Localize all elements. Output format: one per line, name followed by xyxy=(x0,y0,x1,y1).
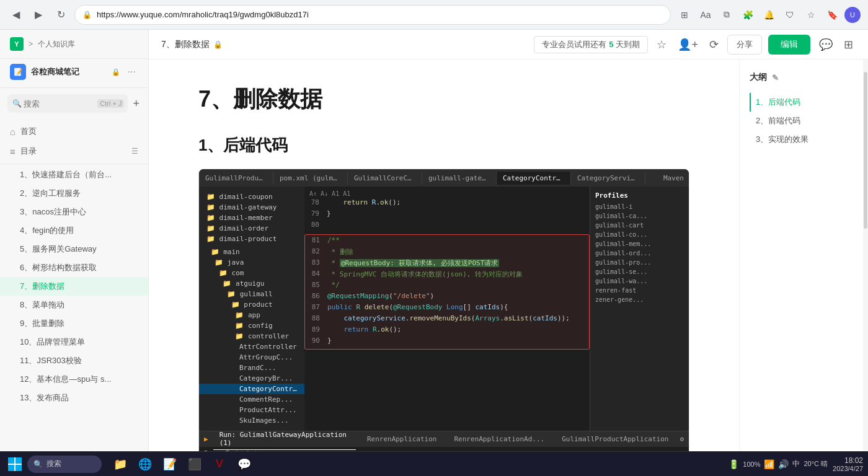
taskbar-app-edge[interactable]: 🌐 xyxy=(134,453,156,475)
rp-item-7[interactable]: gulimall-pro... xyxy=(590,258,689,267)
file-tree-attrgroup[interactable]: AttrGroupC... xyxy=(199,352,304,363)
address-bar[interactable]: 🔒 https://www.yuque.com/mraholic/traq19/… xyxy=(74,5,671,25)
run-tab-gateway[interactable]: Run: GulimallGatewayApplication (1) xyxy=(213,428,356,450)
file-tree-skuimg[interactable]: SkuImages... xyxy=(199,415,304,426)
toc-item-1[interactable]: 1、快速搭建后台（前台... xyxy=(0,165,148,184)
bookmark-icon[interactable]: 🔖 xyxy=(823,6,841,24)
outline-item-1[interactable]: 1、后端代码 xyxy=(750,93,853,112)
code-line-84: 84 * SpringMVC 自动将请求体的数据(json), 转为对应的对象 xyxy=(305,270,589,281)
code-screenshot: GulimallProductApplication.java pom.xml … xyxy=(199,169,689,451)
code-tab-2[interactable]: pom.xml (gulmall-gateway) xyxy=(273,172,348,185)
rp-item-10[interactable]: renren-fast xyxy=(590,286,689,295)
outline-item-2[interactable]: 2、前端代码 xyxy=(750,112,853,130)
toc-item-11[interactable]: 11、JSR303校验 xyxy=(0,351,148,370)
code-tab-5[interactable]: CategoryController.java xyxy=(497,172,571,185)
back-button[interactable]: ◀ xyxy=(7,6,25,24)
forward-button[interactable]: ▶ xyxy=(30,6,47,24)
edit-button[interactable]: 编辑 xyxy=(768,35,810,55)
star-button[interactable]: ☆ xyxy=(654,35,669,54)
file-tree-catbrand[interactable]: CategoryBr... xyxy=(199,373,304,384)
file-tree-config[interactable]: 📁 config xyxy=(199,320,304,331)
file-tree-item-member[interactable]: 📁 dimail-member xyxy=(199,213,304,223)
toc-item-2[interactable]: 2、逆向工程服务 xyxy=(0,184,148,203)
terminal-tab-run[interactable]: Run: xyxy=(204,449,221,451)
right-scrollbar[interactable] xyxy=(863,60,868,451)
file-tree-main[interactable]: 📁 main xyxy=(199,247,304,257)
outline-item-3[interactable]: 3、实现的效果 xyxy=(750,130,853,149)
toc-item-4[interactable]: 4、fegin的使用 xyxy=(0,221,148,240)
notification-icon[interactable]: 🔔 xyxy=(760,6,777,24)
shield-icon[interactable]: 🛡 xyxy=(781,6,799,24)
rp-item-6[interactable]: gulimall-ord... xyxy=(590,249,689,258)
toc-item-5[interactable]: 5、服务网关Gateway xyxy=(0,240,148,258)
file-tree-controller[interactable]: 📁 controller xyxy=(199,331,304,342)
taskbar-app-terminal[interactable]: ⬛ xyxy=(184,453,206,475)
taskbar-clock[interactable]: 18:02 2023/4/27 xyxy=(833,456,863,472)
code-tab-4[interactable]: gulimall-gateways...application.properti… xyxy=(422,172,497,185)
share-button[interactable]: 分享 xyxy=(727,35,762,55)
sidebar-more-button[interactable]: ··· xyxy=(125,65,138,79)
rp-item-4[interactable]: gulimall-co... xyxy=(590,230,689,239)
file-tree-attrctrl[interactable]: AttrController xyxy=(199,342,304,352)
file-tree-item-gateway[interactable]: 📁 dimail-gateway xyxy=(199,202,304,213)
star-icon[interactable]: ☆ xyxy=(802,6,820,24)
file-tree-item-order[interactable]: 📁 dimail-order xyxy=(199,223,304,234)
sidebar-item-toc[interactable]: ≡ 目录 ☰ xyxy=(0,141,148,161)
file-tree-com[interactable]: 📁 com xyxy=(199,268,304,278)
rp-item-5[interactable]: gulimall-mem... xyxy=(590,239,689,249)
toc-item-3[interactable]: 3、nacos注册中心 xyxy=(0,203,148,221)
file-tree-comment[interactable]: CommentRep... xyxy=(199,394,304,405)
rp-item-8[interactable]: gulimall-se... xyxy=(590,267,689,276)
add-user-button[interactable]: 👤+ xyxy=(675,35,701,54)
taskbar-search[interactable]: 🔍 搜索 xyxy=(27,456,102,473)
toc-item-8[interactable]: 8、菜单拖动 xyxy=(0,296,148,314)
add-document-button[interactable]: + xyxy=(131,96,141,112)
file-tree-gulimall[interactable]: 📁 gulimall xyxy=(199,289,304,299)
file-tree-category[interactable]: CategoryController xyxy=(199,384,304,394)
file-tree-app[interactable]: 📁 app xyxy=(199,310,304,320)
toc-item-10[interactable]: 10、品牌管理菜单 xyxy=(0,333,148,351)
toc-item-13[interactable]: 13、发布商品 xyxy=(0,389,148,407)
file-tree-item-product[interactable]: 📁 dimail-product xyxy=(199,234,304,244)
user-avatar[interactable]: U xyxy=(844,7,861,23)
start-button[interactable] xyxy=(5,454,25,474)
rp-item-11[interactable]: zener-gene... xyxy=(590,295,689,304)
taskbar-app-notepad[interactable]: 📝 xyxy=(159,453,181,475)
history-button[interactable]: ⟳ xyxy=(707,35,721,54)
taskbar-app-explorer[interactable]: 📁 xyxy=(109,453,131,475)
file-tree-atguigu[interactable]: 📁 atguigu xyxy=(199,278,304,289)
file-tree-prodattr[interactable]: ProductAttr... xyxy=(199,405,304,415)
file-tree-brand[interactable]: BrandC... xyxy=(199,363,304,373)
taskbar-app-vvv[interactable]: V xyxy=(208,453,231,475)
run-tab-gulimall-prod[interactable]: GulimallProductApplication xyxy=(556,433,675,446)
code-tab-1[interactable]: GulimallProductApplication.java xyxy=(199,172,273,185)
doc-scroll[interactable]: 7、删除数据 1、后端代码 GulimallProductApplication… xyxy=(149,60,739,451)
run-tab-renren-ad[interactable]: RenrenApplicationAd... xyxy=(448,433,551,446)
tray-lang[interactable]: 中 xyxy=(792,459,800,469)
terminal-tab-endpoints[interactable]: Endpoints xyxy=(226,449,263,451)
extension-icon[interactable]: 🧩 xyxy=(739,6,756,24)
layout-button[interactable]: ⊞ xyxy=(841,35,856,54)
code-tab-3[interactable]: GulimallCoreConfig.java xyxy=(348,172,422,185)
toc-item-12[interactable]: 12、基本信息—spu与 s... xyxy=(0,370,148,389)
cast-icon[interactable]: ⧉ xyxy=(718,6,735,24)
grid-icon[interactable]: ⊞ xyxy=(676,6,693,24)
refresh-button[interactable]: ↻ xyxy=(52,6,69,24)
rp-item-2[interactable]: gulimall-ca... xyxy=(590,211,689,221)
toc-item-7[interactable]: 7、删除数据 xyxy=(0,277,148,296)
chat-button[interactable]: 💬 xyxy=(817,35,835,54)
code-tab-6[interactable]: CategoryService.java xyxy=(571,172,645,185)
toc-item-9[interactable]: 9、批量删除 xyxy=(0,314,148,333)
taskbar-app-wechat[interactable]: 💬 xyxy=(233,453,255,475)
run-tab-renren[interactable]: RenrenApplication xyxy=(361,433,443,446)
rp-item-1[interactable]: gulimall-i xyxy=(590,202,689,211)
toc-item-6[interactable]: 6、树形结构数据获取 xyxy=(0,258,148,277)
rp-item-9[interactable]: gulimall-wa... xyxy=(590,276,689,286)
file-tree-item-coupon[interactable]: 📁 dimail-coupon xyxy=(199,192,304,202)
rp-item-3[interactable]: gulimall-cart xyxy=(590,221,689,230)
code-line-83: 83 * @RequestBody: 获取请求体, 必须发送POST请求 xyxy=(305,258,589,270)
sidebar-item-home[interactable]: ⌂ 首页 xyxy=(0,121,148,141)
font-icon[interactable]: Aa xyxy=(697,6,714,24)
file-tree-java[interactable]: 📁 java xyxy=(199,257,304,268)
file-tree-product[interactable]: 📁 product xyxy=(199,299,304,310)
